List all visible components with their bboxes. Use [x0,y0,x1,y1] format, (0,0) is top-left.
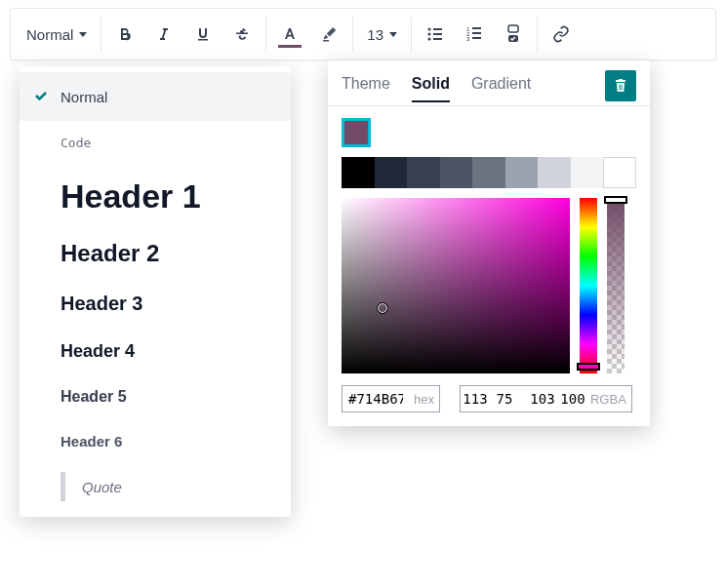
alpha-slider[interactable] [607,198,625,373]
trash-icon [613,78,628,94]
text-style-item-h5[interactable]: Header 5 [20,374,291,419]
text-style-item-label: Code [60,136,91,150]
text-style-item-h3[interactable]: Header 3 [20,279,291,328]
strikethrough-button[interactable] [222,15,262,54]
text-style-item-label: Normal [60,89,107,105]
gray-swatch[interactable] [603,157,636,188]
toolbar-divider [352,17,353,52]
hue-cursor[interactable] [577,363,600,371]
link-button[interactable] [542,15,581,54]
gray-swatch[interactable] [472,157,505,188]
font-color-underline [278,45,302,48]
color-picker-divider [328,105,650,106]
toolbar-divider [411,17,412,52]
text-style-item-h2[interactable]: Header 2 [20,228,291,279]
underline-button[interactable] [183,15,222,54]
text-style-dropdown[interactable]: Normal [17,15,97,54]
text-style-item-label: Header 3 [60,293,143,315]
gray-swatch[interactable] [407,157,440,188]
text-style-item-label: Header 5 [60,388,127,406]
text-style-item-normal[interactable]: Normal [20,72,291,121]
gray-swatch[interactable] [375,157,408,188]
svg-point-2 [428,38,431,41]
highlight-color-button[interactable] [309,15,348,54]
font-size-dropdown[interactable]: 13 [357,15,407,54]
gray-swatch[interactable] [571,157,604,188]
a-input[interactable] [560,391,585,407]
italic-icon [156,26,172,42]
r-input[interactable] [461,391,490,407]
svg-rect-12 [508,25,518,32]
editor-toolbar: Normal 13 123 [10,8,716,60]
caret-down-icon [79,32,87,37]
gray-swatch[interactable] [505,157,539,188]
text-style-item-quote[interactable]: Quote [20,462,291,511]
gray-palette [328,157,650,198]
satval-cursor[interactable] [378,303,387,313]
toolbar-divider [537,17,538,52]
text-style-item-label: Quote [60,479,122,495]
remove-color-button[interactable] [605,70,636,101]
text-style-item-label: Header 1 [60,177,201,216]
numbered-list-icon: 123 [465,25,483,43]
color-area-row [328,198,650,373]
svg-rect-3 [433,28,442,30]
alpha-cursor[interactable] [604,196,627,204]
numbered-list-button[interactable]: 123 [455,15,494,54]
svg-rect-4 [433,33,442,35]
gray-swatch[interactable] [440,157,473,188]
svg-rect-9 [472,27,481,29]
svg-rect-5 [433,38,442,40]
svg-text:3: 3 [466,36,470,42]
check-icon [33,88,49,106]
brush-icon [320,25,338,43]
gray-swatch[interactable] [342,157,375,188]
bulleted-list-button[interactable] [416,15,455,54]
selected-color-row [328,118,650,157]
text-style-menu: Normal Code Header 1 Header 2 Header 3 H… [20,66,291,517]
text-style-item-label: Header 4 [60,341,135,362]
quote-bar [60,472,65,501]
color-picker-tabs: Theme Solid Gradient [328,60,650,105]
g-input[interactable] [490,391,519,407]
bulleted-list-icon [426,25,444,43]
text-style-item-h4[interactable]: Header 4 [20,328,291,374]
b-input[interactable] [519,391,566,407]
rgba-input-group: RGBA [460,385,632,412]
selected-color-swatch[interactable] [342,118,371,147]
text-style-item-code[interactable]: Code [20,121,291,164]
svg-point-0 [428,28,431,31]
toolbar-divider [101,17,101,52]
text-style-item-h6[interactable]: Header 6 [20,419,291,462]
tab-theme[interactable]: Theme [342,75,390,100]
tab-gradient[interactable]: Gradient [471,75,531,100]
color-picker-panel: Theme Solid Gradient hex [328,60,650,426]
text-style-item-label: Header 2 [60,240,159,267]
hex-input-group: hex [342,385,440,412]
link-icon [552,25,570,43]
underline-icon [195,26,211,42]
caret-down-icon [389,32,397,37]
svg-point-1 [428,33,431,36]
gray-swatch[interactable] [538,157,571,188]
toolbar-divider [265,17,266,52]
font-size-label: 13 [367,26,383,43]
checklist-icon [506,24,520,44]
text-style-item-h1[interactable]: Header 1 [20,164,291,228]
rgba-suffix: RGBA [585,392,631,407]
tab-solid[interactable]: Solid [412,75,450,102]
bold-icon [117,26,133,42]
font-color-button[interactable] [270,15,309,54]
italic-button[interactable] [144,15,183,54]
strikethrough-icon [234,26,250,42]
hue-slider[interactable] [580,198,597,373]
checklist-button[interactable] [494,15,533,54]
hex-input[interactable] [343,391,409,407]
text-style-label: Normal [26,26,73,43]
font-color-icon [282,27,298,41]
hex-suffix: hex [409,392,439,407]
saturation-value-area[interactable] [342,198,570,373]
svg-rect-10 [472,32,481,34]
bold-button[interactable] [105,15,144,54]
svg-rect-11 [472,37,481,39]
